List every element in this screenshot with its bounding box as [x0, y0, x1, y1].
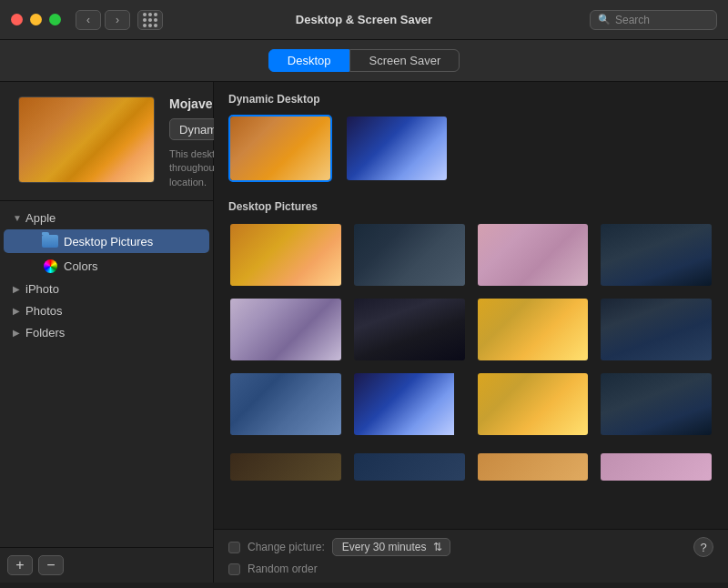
wallpaper-item-6[interactable] — [352, 297, 467, 362]
sidebar-colors-label: Colors — [64, 259, 98, 273]
wallpaper-partial-1[interactable] — [228, 451, 343, 482]
thumb-image-12 — [601, 373, 712, 435]
dyn-thumb-2-image — [347, 117, 447, 180]
add-button[interactable]: + — [7, 555, 33, 575]
wallpaper-item-9[interactable] — [228, 371, 343, 437]
app-grid-button[interactable] — [137, 10, 163, 30]
dynamic-desktop-grid — [228, 115, 713, 182]
help-button[interactable]: ? — [693, 537, 713, 557]
interval-dropdown[interactable]: Every 30 minutes ⇅ — [332, 538, 451, 556]
random-order-label: Random order — [248, 563, 318, 575]
traffic-lights — [11, 14, 61, 25]
wallpaper-item-12[interactable] — [599, 371, 713, 437]
wallpaper-partial-4[interactable] — [599, 451, 713, 482]
wallpaper-scroll[interactable]: Dynamic Desktop Desktop Pictures — [214, 82, 728, 529]
thumb-image-2 — [354, 224, 465, 286]
window-title: Desktop & Screen Saver — [296, 13, 432, 26]
sidebar-folders-label: Folders — [25, 326, 65, 340]
preview-overlay — [19, 97, 154, 182]
thumb-image-11 — [478, 373, 589, 435]
wallpaper-item-5[interactable] — [228, 297, 343, 362]
thumb-image-1 — [230, 224, 341, 286]
collapsed-arrow-photos-icon: ▶ — [13, 306, 25, 316]
wallpaper-item-7[interactable] — [476, 297, 591, 362]
grid-dots — [143, 13, 157, 27]
remove-button[interactable]: − — [38, 555, 64, 575]
dynamic-thumb-1[interactable] — [228, 115, 332, 182]
sidebar-iphoto-label: iPhoto — [25, 282, 59, 296]
partial-thumb-1 — [230, 453, 341, 481]
thumb-image-7 — [478, 299, 589, 360]
minimize-button[interactable] — [30, 14, 42, 25]
sidebar-item-photos[interactable]: ▶ Photos — [4, 300, 209, 321]
expand-arrow-icon: ▼ — [13, 213, 25, 223]
bottom-bar: Change picture: Every 30 minutes ⇅ ? Ran… — [214, 529, 728, 583]
maximize-button[interactable] — [49, 14, 61, 25]
desktop-preview-thumbnail — [18, 96, 155, 183]
partial-thumb-4 — [601, 453, 712, 481]
nav-buttons: ‹ › — [76, 10, 130, 30]
back-button[interactable]: ‹ — [76, 10, 101, 30]
thumb-image-5 — [230, 299, 341, 360]
thumb-image-10 — [354, 373, 454, 435]
sidebar-photos-label: Photos — [25, 304, 62, 318]
wallpaper-item-2[interactable] — [352, 222, 467, 288]
search-box[interactable]: 🔍 Search — [590, 10, 717, 30]
tab-desktop[interactable]: Desktop — [268, 49, 350, 72]
desktop-pictures-grid — [228, 222, 713, 437]
sidebar-tree: ▼ Apple Desktop Pictures Colors — [0, 201, 213, 547]
main-content: Mojave Dynamic ⇅ This desktop picture ch… — [0, 82, 728, 583]
sidebar-item-apple[interactable]: ▼ Apple — [4, 208, 209, 228]
thumb-image-9 — [230, 373, 341, 435]
dynamic-desktop-section-title: Dynamic Desktop — [228, 93, 713, 106]
sidebar-item-desktop-pictures[interactable]: Desktop Pictures — [4, 229, 209, 253]
desktop-pictures-section-title: Desktop Pictures — [228, 200, 713, 213]
folder-icon — [42, 233, 58, 249]
interval-arrow-icon: ⇅ — [433, 541, 442, 553]
tab-screen-saver[interactable]: Screen Saver — [349, 49, 460, 72]
thumb-image-4 — [601, 224, 712, 286]
thumb-image-6 — [354, 299, 465, 360]
wallpaper-item-10[interactable] — [352, 371, 467, 437]
search-placeholder: Search — [615, 14, 650, 26]
tabs-bar: Desktop Screen Saver — [0, 40, 728, 82]
right-panel: Dynamic Desktop Desktop Pictures — [214, 82, 728, 583]
colors-icon — [42, 258, 58, 274]
dynamic-thumb-2[interactable] — [345, 115, 449, 182]
sidebar-item-colors[interactable]: Colors — [4, 254, 209, 278]
wallpaper-partial-2[interactable] — [352, 451, 467, 482]
wallpaper-item-4[interactable] — [599, 222, 713, 288]
sidebar-item-iphoto[interactable]: ▶ iPhoto — [4, 279, 209, 299]
sidebar-desktop-pictures-label: Desktop Pictures — [64, 235, 153, 248]
change-picture-checkbox[interactable] — [228, 542, 240, 553]
wallpaper-item-1[interactable] — [228, 222, 343, 288]
titlebar: ‹ › Desktop & Screen Saver 🔍 Search — [0, 0, 728, 40]
close-button[interactable] — [11, 14, 23, 25]
search-icon: 🔍 — [598, 14, 611, 25]
partial-row-grid — [228, 451, 713, 482]
change-picture-row: Change picture: Every 30 minutes ⇅ ? — [228, 537, 713, 557]
sidebar-bottom: + − — [0, 547, 213, 583]
random-order-row: Random order — [228, 563, 713, 575]
interval-value: Every 30 minutes — [342, 541, 427, 553]
collapsed-arrow-iphoto-icon: ▶ — [13, 284, 25, 294]
wallpaper-item-3[interactable] — [476, 222, 591, 288]
dyn-thumb-1-image — [230, 117, 330, 180]
partial-thumb-3 — [478, 453, 589, 481]
sidebar: Mojave Dynamic ⇅ This desktop picture ch… — [0, 82, 214, 583]
wallpaper-partial-3[interactable] — [476, 451, 591, 482]
partial-thumb-2 — [354, 453, 465, 481]
thumb-image-3 — [478, 224, 589, 286]
sidebar-apple-label: Apple — [25, 211, 56, 225]
forward-button[interactable]: › — [105, 10, 130, 30]
thumb-image-8 — [601, 299, 712, 360]
change-picture-label: Change picture: — [248, 541, 325, 553]
random-order-checkbox[interactable] — [228, 563, 240, 575]
preview-area: Mojave Dynamic ⇅ This desktop picture ch… — [0, 82, 213, 201]
wallpaper-item-11[interactable] — [476, 371, 591, 437]
sidebar-item-folders[interactable]: ▶ Folders — [4, 322, 209, 343]
wallpaper-item-8[interactable] — [599, 297, 713, 362]
collapsed-arrow-folders-icon: ▶ — [13, 328, 25, 338]
